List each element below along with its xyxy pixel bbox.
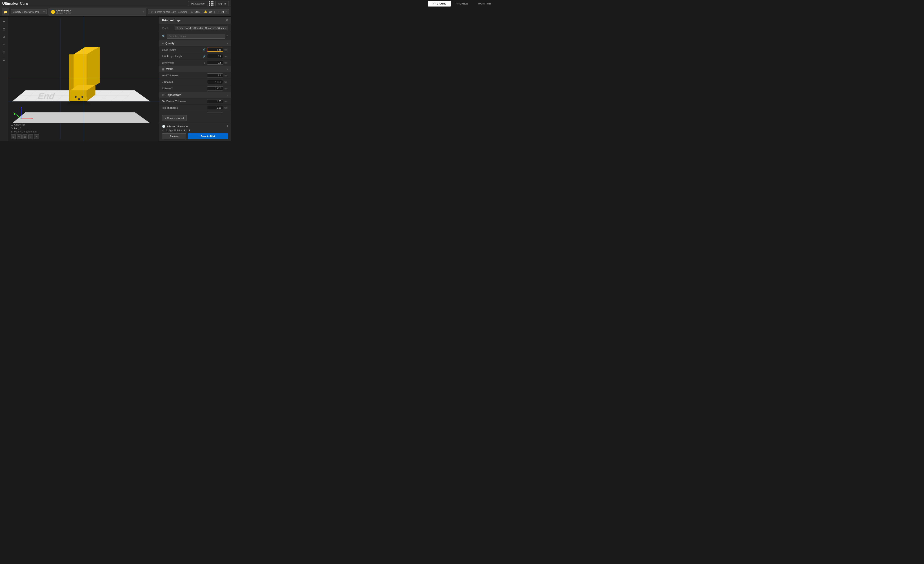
- tool-btn-2[interactable]: ⧉: [16, 134, 22, 139]
- initial-layer-link-icon: 🔗: [202, 55, 206, 57]
- material-info: Generic PLA 0.4mm Nozzle: [56, 9, 71, 14]
- time-estimate-row: 🕐 6 hours 18 minutes ℹ: [162, 125, 228, 128]
- object-tools: ⊡ ⧉ ⊡ ↧ ✕: [11, 134, 39, 139]
- setting-topbottom-thickness: Top/Bottom Thickness mm: [159, 98, 231, 105]
- search-input[interactable]: [167, 34, 225, 39]
- object-list: ▲ Object list ✎ Part_A 57.0 x 87.0 x 125…: [8, 121, 42, 141]
- object-list-header[interactable]: ▲ Object list: [11, 123, 39, 126]
- walls-icon: ▦: [162, 67, 165, 71]
- nozzle-info-bar: ⚙ 0.8mm nozzle ...lity - 0.36mm | ⊡ 20% …: [148, 9, 229, 14]
- save-to-disk-button[interactable]: Save to Disk: [188, 133, 228, 139]
- topbottom-thickness-input[interactable]: [207, 99, 223, 103]
- printer-dropdown-arrow: ▾: [44, 10, 45, 13]
- spool-icon: ⊙: [162, 129, 164, 132]
- viewport[interactable]: End: [8, 16, 159, 141]
- material-color-dot: ●: [51, 10, 55, 14]
- main-area: ✛ ⊡ ↺ ⇔ ⊞ ⊕: [0, 16, 231, 141]
- material-sub: 0.4mm Nozzle: [56, 12, 71, 14]
- profile-label: Profile: [162, 27, 169, 29]
- panel-title: Print settings: [162, 19, 181, 22]
- bottom-thickness-input[interactable]: [207, 112, 223, 114]
- topbottom-arrow: ▾: [227, 94, 228, 96]
- settings-list: ≡ Quality ▾ Layer Height 🔗 mm Initial La…: [159, 40, 231, 114]
- wall-thickness-input[interactable]: [207, 73, 223, 78]
- material-section[interactable]: ● Generic PLA 0.4mm Nozzle ▾: [48, 8, 146, 15]
- top-thickness-input[interactable]: [207, 106, 223, 110]
- support-icon: 🔔: [204, 10, 207, 13]
- tool-arrange[interactable]: ⊞: [1, 49, 7, 55]
- tool-btn-3[interactable]: ⊡: [22, 134, 27, 139]
- time-estimate-text: 6 hours 18 minutes: [167, 125, 225, 128]
- info-icon[interactable]: ℹ: [227, 125, 228, 128]
- app-product: Cura: [20, 1, 28, 6]
- panel-header: Print settings ✕: [159, 16, 231, 24]
- profile-value-text: 0.8mm nozzle - Standard Quality - 0.36mm: [177, 27, 224, 29]
- adhesion-icon: ⬚: [217, 10, 219, 13]
- toolbar-dropdown-arrow[interactable]: ▾: [226, 10, 227, 13]
- svg-marker-29: [87, 49, 96, 90]
- object-name: ✎ Part_A: [11, 127, 39, 130]
- settings-icon: ⚙: [150, 10, 153, 13]
- line-width-func-icon: ƒ: [204, 61, 206, 64]
- setting-z-seam-x: Z Seam X mm: [159, 79, 231, 85]
- topbottom-icon: ▤: [162, 93, 165, 97]
- app-brand: Ultimaker: [2, 1, 19, 6]
- tool-btn-1[interactable]: ⊡: [11, 134, 16, 139]
- profile-selector[interactable]: 0.8mm nozzle - Standard Quality - 0.36mm…: [175, 26, 228, 30]
- preview-button[interactable]: Preview: [162, 133, 186, 139]
- material-arrow: ▾: [143, 10, 144, 13]
- initial-layer-height-input[interactable]: [207, 54, 223, 58]
- svg-marker-37: [26, 112, 135, 114]
- print-settings-panel: Print settings ✕ Profile 0.8mm nozzle - …: [159, 16, 231, 141]
- setting-initial-layer-height: Initial Layer Height 🔗 mm: [159, 53, 231, 60]
- section-quality[interactable]: ≡ Quality ▾: [159, 40, 231, 46]
- tool-btn-4[interactable]: ↧: [28, 134, 33, 139]
- bottom-estimate: 🕐 6 hours 18 minutes ℹ ⊙ 116g · 38.88m ·…: [159, 123, 231, 141]
- layer-height-link-icon: 🔗: [202, 48, 206, 51]
- apps-grid-icon[interactable]: [209, 1, 213, 6]
- clock-icon: 🕐: [162, 125, 165, 128]
- tool-support[interactable]: ⊕: [1, 57, 7, 63]
- app-logo: Ultimaker Cura: [2, 1, 28, 6]
- estimate-actions: Preview Save to Disk: [162, 133, 228, 139]
- line-width-input[interactable]: [207, 61, 223, 65]
- tool-mirror[interactable]: ⇔: [1, 41, 7, 48]
- printer-name: Creality Ender-3 V2 Pro: [13, 10, 39, 13]
- scale-pct: 20%: [195, 10, 200, 13]
- printer-selector[interactable]: Creality Ender-3 V2 Pro ▾: [11, 9, 47, 14]
- left-sidebar: ✛ ⊡ ↺ ⇔ ⊞ ⊕: [0, 16, 8, 141]
- section-walls[interactable]: ▦ Walls ▾: [159, 66, 231, 72]
- signin-button[interactable]: Sign in: [215, 1, 229, 6]
- z-seam-y-input[interactable]: [207, 87, 223, 90]
- adhesion-off: Off: [220, 10, 224, 13]
- panel-close-button[interactable]: ✕: [226, 18, 228, 22]
- tool-btn-5[interactable]: ✕: [34, 134, 39, 139]
- quality-arrow: ▾: [227, 42, 228, 45]
- marketplace-button[interactable]: Marketplace: [188, 1, 207, 6]
- topbottom-label: Top/Bottom: [166, 93, 181, 97]
- walls-label: Walls: [166, 67, 173, 71]
- z-seam-x-input[interactable]: [207, 80, 223, 84]
- material-name: Generic PLA: [56, 9, 71, 12]
- toolbar: 📁 Creality Ender-3 V2 Pro ▾ ● Generic PL…: [0, 7, 231, 16]
- svg-point-33: [75, 96, 76, 98]
- nozzle-info-text: 0.8mm nozzle ...lity - 0.36mm: [154, 10, 187, 13]
- object-list-label: Object list: [14, 123, 25, 126]
- open-file-button[interactable]: 📁: [2, 8, 9, 15]
- walls-arrow: ▾: [227, 68, 228, 70]
- titlebar-right: Marketplace Sign in: [188, 1, 229, 6]
- material-estimate-text: 116g · 38.88m · €2.17: [166, 129, 228, 132]
- search-row: 🔍 ≡: [159, 32, 231, 40]
- menu-icon[interactable]: ≡: [226, 34, 228, 38]
- recommended-button[interactable]: < Recommended: [162, 115, 187, 121]
- tool-move[interactable]: ✛: [1, 18, 7, 25]
- profile-arrow: ▾: [225, 27, 226, 29]
- tool-scale[interactable]: ⊡: [1, 26, 7, 32]
- layer-height-input[interactable]: [207, 48, 223, 52]
- scale-icon: ⊡: [191, 10, 193, 13]
- setting-top-thickness: Top Thickness mm: [159, 105, 231, 111]
- section-topbottom[interactable]: ▤ Top/Bottom ▾: [159, 92, 231, 98]
- profile-row: Profile 0.8mm nozzle - Standard Quality …: [159, 24, 231, 32]
- object-dimensions: 57.0 x 87.0 x 125.0 mm: [11, 130, 39, 133]
- tool-rotate[interactable]: ↺: [1, 34, 7, 40]
